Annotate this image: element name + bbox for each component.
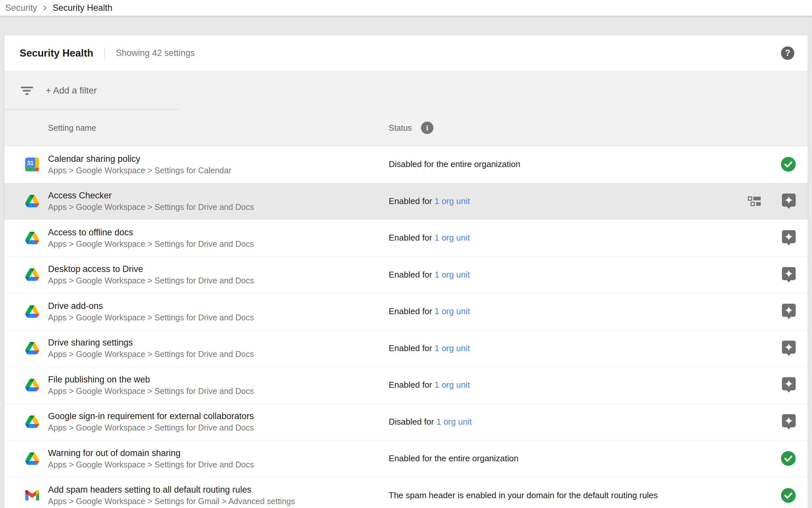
- setting-row-calendar-sharing-policy[interactable]: Calendar sharing policy Apps > Google Wo…: [4, 146, 808, 183]
- setting-path: Apps > Google Workspace > Settings for D…: [48, 201, 254, 212]
- status-ok-icon: [781, 451, 796, 466]
- setting-status: Disabled for 1 org unit: [389, 417, 748, 427]
- org-units-applied-icon[interactable]: [748, 196, 761, 207]
- status-ok-icon: [781, 157, 796, 172]
- page-background: Security Health Showing 42 settings ? + …: [0, 16, 812, 508]
- recommendation-icon[interactable]: [782, 194, 796, 209]
- status-ok-icon: [781, 488, 796, 503]
- security-health-card: Security Health Showing 42 settings ? + …: [4, 35, 808, 508]
- setting-title: Calendar sharing policy: [48, 153, 231, 165]
- google-calendar-icon: [25, 158, 40, 171]
- setting-status: Enabled for 1 org unit: [389, 270, 748, 280]
- google-drive-icon: [25, 453, 40, 465]
- setting-title: Drive sharing settings: [48, 337, 254, 348]
- setting-status: Enabled for 1 org unit: [389, 196, 748, 206]
- filter-divider: [4, 109, 178, 110]
- setting-title: File publishing on the web: [48, 374, 254, 385]
- filter-bar: + Add a filter: [4, 71, 808, 110]
- org-unit-link[interactable]: 1 org unit: [434, 343, 470, 353]
- setting-path: Apps > Google Workspace > Settings for D…: [48, 348, 254, 359]
- google-drive-icon: [25, 195, 40, 207]
- setting-title: Add spam headers setting to all default …: [48, 484, 295, 496]
- tools-section: + Add a filter Setting name Status i: [4, 71, 808, 146]
- setting-row-drive-sharing-settings[interactable]: Drive sharing settings Apps > Google Wor…: [4, 330, 808, 367]
- status-column-header: Status: [389, 123, 412, 133]
- status-info-icon[interactable]: i: [421, 122, 433, 134]
- table-header: Setting name Status i: [4, 110, 808, 146]
- filter-funnel-icon: [20, 87, 33, 95]
- setting-path: Apps > Google Workspace > Settings for D…: [48, 275, 254, 286]
- breadcrumb-current-page: Security Health: [53, 3, 112, 13]
- google-drive-icon: [25, 416, 40, 428]
- setting-row-file-publishing-on-the-web[interactable]: File publishing on the web Apps > Google…: [4, 367, 808, 404]
- setting-path: Apps > Google Workspace > Settings for D…: [48, 459, 254, 470]
- setting-title: Drive add-ons: [48, 300, 254, 312]
- setting-status: Disabled for the entire organization: [389, 159, 748, 169]
- setting-title: Warning for out of domain sharing: [48, 447, 254, 459]
- recommendation-icon[interactable]: [782, 304, 796, 319]
- org-unit-link[interactable]: 1 org unit: [434, 306, 470, 316]
- recommendation-icon[interactable]: [782, 377, 796, 393]
- recommendation-icon[interactable]: [782, 414, 796, 429]
- page-title: Security Health: [19, 47, 93, 59]
- setting-row-drive-add-ons[interactable]: Drive add-ons Apps > Google Workspace > …: [4, 293, 808, 330]
- setting-title: Google sign-in requirement for external …: [48, 410, 254, 422]
- recommendation-icon[interactable]: [782, 267, 796, 283]
- org-unit-link[interactable]: 1 org unit: [434, 380, 470, 390]
- setting-row-add-spam-headers[interactable]: Add spam headers setting to all default …: [4, 477, 808, 508]
- setting-status: Enabled for 1 org unit: [389, 380, 748, 390]
- setting-path: Apps > Google Workspace > Settings for D…: [48, 312, 254, 323]
- settings-count: Showing 42 settings: [116, 48, 195, 58]
- setting-title: Access to offline docs: [48, 226, 254, 238]
- org-unit-link[interactable]: 1 org unit: [436, 417, 472, 427]
- gmail-icon: [25, 490, 40, 501]
- org-unit-link[interactable]: 1 org unit: [434, 233, 470, 243]
- breadcrumb: Security › Security Health: [0, 0, 812, 16]
- card-header: Security Health Showing 42 settings ?: [4, 35, 808, 71]
- settings-list: Calendar sharing policy Apps > Google Wo…: [4, 146, 808, 508]
- setting-status: Enabled for the entire organization: [389, 454, 748, 464]
- org-unit-link[interactable]: 1 org unit: [434, 270, 470, 280]
- setting-status: Enabled for 1 org unit: [389, 306, 748, 316]
- setting-row-desktop-access-to-drive[interactable]: Desktop access to Drive Apps > Google Wo…: [4, 257, 808, 294]
- recommendation-icon[interactable]: [782, 230, 796, 246]
- google-drive-icon: [25, 305, 40, 318]
- setting-row-access-checker[interactable]: Access Checker Apps > Google Workspace >…: [4, 183, 808, 220]
- help-icon[interactable]: ?: [781, 46, 794, 60]
- org-unit-link[interactable]: 1 org unit: [434, 196, 470, 206]
- setting-path: Apps > Google Workspace > Settings for D…: [48, 238, 254, 249]
- setting-path: Apps > Google Workspace > Settings for G…: [48, 496, 295, 507]
- setting-name-column-header: Setting name: [4, 123, 389, 133]
- google-drive-icon: [25, 268, 40, 281]
- setting-row-access-to-offline-docs[interactable]: Access to offline docs Apps > Google Wor…: [4, 220, 808, 257]
- setting-row-google-sign-in-requirement[interactable]: Google sign-in requirement for external …: [4, 404, 808, 441]
- setting-status: Enabled for 1 org unit: [389, 233, 748, 243]
- setting-path: Apps > Google Workspace > Settings for C…: [48, 165, 231, 176]
- breadcrumb-security-link[interactable]: Security: [5, 3, 37, 13]
- setting-path: Apps > Google Workspace > Settings for D…: [48, 385, 254, 396]
- google-drive-icon: [25, 232, 40, 244]
- recommendation-icon[interactable]: [782, 341, 796, 356]
- setting-path: Apps > Google Workspace > Settings for D…: [48, 422, 254, 433]
- title-divider: [104, 47, 105, 59]
- chevron-right-icon: ›: [43, 1, 47, 12]
- setting-title: Desktop access to Drive: [48, 263, 254, 275]
- google-drive-icon: [25, 342, 40, 354]
- setting-row-warning-out-of-domain-sharing[interactable]: Warning for out of domain sharing Apps >…: [4, 440, 808, 477]
- google-drive-icon: [25, 379, 40, 391]
- add-filter-button[interactable]: + Add a filter: [46, 85, 97, 96]
- setting-status: The spam header is enabled in your domai…: [389, 490, 748, 501]
- setting-title: Access Checker: [48, 189, 254, 201]
- setting-status: Enabled for 1 org unit: [389, 343, 748, 353]
